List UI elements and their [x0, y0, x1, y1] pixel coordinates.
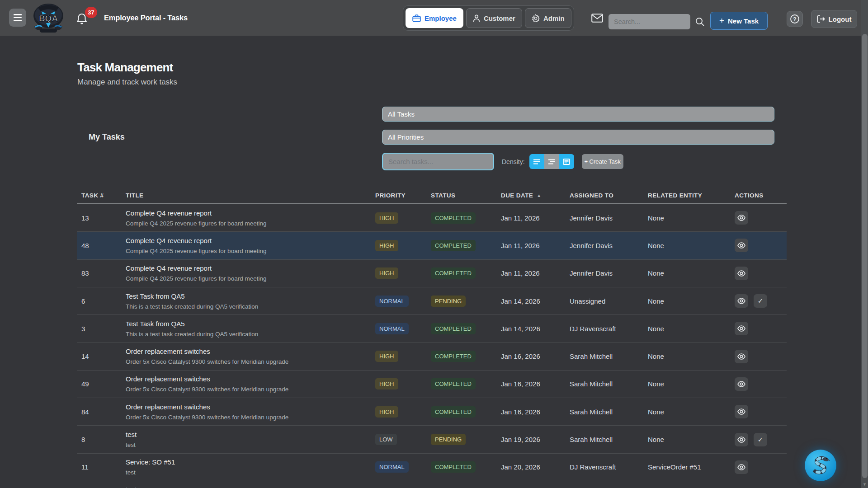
task-number: 3 [81, 325, 126, 333]
task-number: 13 [81, 214, 126, 222]
task-row[interactable]: 49 Order replacement switches Order 5x C… [77, 371, 787, 398]
density-normal-button[interactable] [544, 154, 559, 169]
column-header-title[interactable]: TITLE [126, 192, 375, 199]
density-comfortable-button[interactable] [559, 154, 574, 169]
status-badge: COMPLETED [431, 351, 476, 362]
status-badge: COMPLETED [431, 212, 476, 224]
density-normal-icon [548, 159, 555, 165]
column-header-actions: ACTIONS [735, 192, 791, 199]
mail-icon[interactable] [591, 14, 603, 23]
assigned-to: Jennifer Davis [570, 214, 648, 222]
page-subtitle: Manage and track work tasks [77, 78, 177, 87]
page-scrollbar[interactable]: ▼ [861, 0, 868, 488]
view-task-button[interactable] [735, 239, 748, 252]
density-compact-button[interactable] [529, 154, 544, 169]
tab-customer[interactable]: Customer [466, 8, 522, 28]
priority-badge: HIGH [375, 378, 398, 389]
eye-icon [737, 325, 745, 332]
tab-employee[interactable]: Employee [406, 8, 463, 28]
page-title: Task Management [77, 61, 173, 75]
complete-task-button[interactable]: ✓ [754, 294, 767, 308]
table-header-row: TASK # TITLE PRIORITY STATUS DUE DATE▲ A… [77, 187, 787, 204]
task-row[interactable]: 84 Order replacement switches Order 5x C… [77, 398, 787, 426]
related-entity: None [648, 380, 735, 388]
priority-badge: LOW [375, 434, 397, 445]
priority-badge: NORMAL [375, 296, 409, 307]
due-date: Jan 19, 2026 [501, 436, 570, 443]
eye-icon [737, 436, 745, 443]
view-task-button[interactable] [735, 377, 748, 391]
eye-icon [737, 381, 745, 387]
view-task-button[interactable] [735, 460, 748, 474]
sort-asc-icon: ▲ [537, 193, 541, 198]
question-icon: ? [790, 14, 800, 24]
task-title: Test Task from QA5 [126, 320, 375, 328]
task-title: Test Task from QA5 [126, 292, 375, 300]
logout-icon [817, 15, 825, 23]
scrollbar-thumb[interactable] [862, 34, 868, 478]
view-task-button[interactable] [735, 211, 748, 225]
assigned-to: DJ Ravenscraft [570, 463, 648, 471]
new-task-button[interactable]: +New Task [710, 12, 768, 30]
task-row[interactable]: 6 Test Task from QA5 This is a test task… [77, 287, 787, 315]
task-row[interactable]: 48 Complete Q4 revenue report Compile Q4… [77, 232, 787, 259]
column-header-priority[interactable]: PRIORITY [375, 192, 431, 199]
column-header-assigned-to[interactable]: ASSIGNED TO [570, 192, 648, 199]
column-header-due-date[interactable]: DUE DATE▲ [501, 192, 570, 199]
check-icon: ✓ [758, 297, 764, 305]
complete-task-button[interactable]: ✓ [754, 433, 767, 446]
task-description: This is a test task created during QA5 v… [126, 331, 375, 338]
task-row[interactable]: 14 Order replacement switches Order 5x C… [77, 343, 787, 370]
task-description: Compile Q4 2025 revenue figures for boar… [126, 220, 375, 227]
task-title: Service: SO #51 [126, 458, 375, 466]
view-task-button[interactable] [735, 405, 748, 418]
eye-icon [737, 408, 745, 415]
column-header-related-entity[interactable]: RELATED ENTITY [648, 192, 735, 199]
task-row[interactable]: 83 Complete Q4 revenue report Compile Q4… [77, 260, 787, 287]
view-task-button[interactable] [735, 350, 748, 363]
scrollbar-down-arrow[interactable]: ▼ [861, 482, 868, 487]
status-badge: COMPLETED [431, 323, 476, 334]
related-entity: None [648, 297, 735, 305]
create-task-button[interactable]: + Create Task [582, 154, 623, 169]
tab-admin[interactable]: Admin [525, 8, 571, 28]
task-row[interactable]: 11 Service: SO #51 test NORMAL COMPLETED… [77, 454, 787, 481]
chat-assistant-button[interactable] [805, 450, 836, 481]
logout-button[interactable]: Logout [811, 10, 857, 28]
column-header-task-number[interactable]: TASK # [81, 192, 126, 199]
task-search-input[interactable] [382, 153, 494, 170]
app-title: Employee Portal - Tasks [104, 0, 188, 36]
task-description: Compile Q4 2025 revenue figures for boar… [126, 248, 375, 254]
priority-filter-select[interactable]: All Priorities [382, 130, 774, 145]
hamburger-menu-button[interactable] [9, 9, 26, 27]
priority-badge: HIGH [375, 267, 398, 279]
svg-text:BQA: BQA [39, 14, 58, 23]
density-label: Density: [502, 158, 525, 165]
header-search-input[interactable] [609, 14, 690, 29]
task-number: 14 [81, 352, 126, 360]
person-icon [473, 14, 480, 22]
eye-icon [737, 298, 745, 304]
help-button[interactable]: ? [787, 11, 803, 27]
search-icon[interactable] [695, 17, 705, 27]
task-row[interactable]: 13 Complete Q4 revenue report Compile Q4… [77, 204, 787, 232]
task-number: 49 [81, 380, 126, 388]
related-entity: None [648, 242, 735, 249]
task-description: Order 5x Cisco Catalyst 9300 switches fo… [126, 386, 375, 393]
density-compact-icon [533, 159, 540, 165]
view-task-button[interactable] [735, 322, 748, 335]
view-task-button[interactable] [735, 267, 748, 280]
assigned-to: Jennifer Davis [570, 242, 648, 249]
task-row[interactable]: 8 test test LOW PENDING Jan 19, 2026 Sar… [77, 426, 787, 453]
notifications-button[interactable]: 37 [76, 10, 99, 28]
task-title: Order replacement switches [126, 403, 375, 411]
column-header-status[interactable]: STATUS [431, 192, 501, 199]
notification-badge: 37 [85, 7, 97, 18]
check-icon: ✓ [758, 436, 764, 444]
task-row[interactable]: 3 Test Task from QA5 This is a test task… [77, 315, 787, 343]
task-filter-select[interactable]: All Tasks [382, 107, 774, 122]
assigned-to: Unassigned [570, 297, 648, 305]
view-task-button[interactable] [735, 433, 748, 446]
task-row[interactable]: test ✓ [77, 481, 787, 488]
view-task-button[interactable] [735, 294, 748, 308]
